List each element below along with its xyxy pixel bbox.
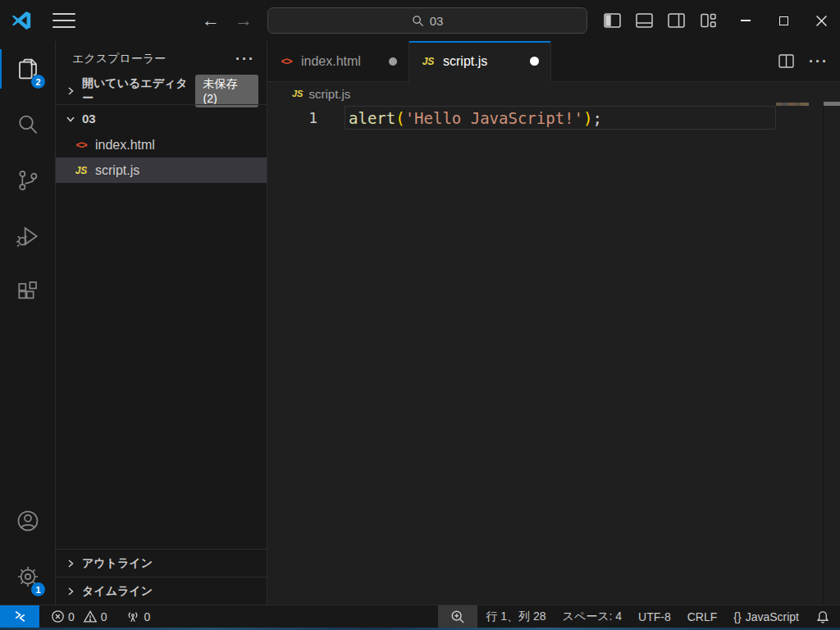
sidebar-more-button[interactable]: ··· — [235, 55, 255, 63]
encoding-status[interactable]: UTF-8 — [630, 605, 679, 628]
close-icon — [816, 16, 827, 26]
ports-count: 0 — [144, 610, 151, 623]
minimap-border — [823, 105, 824, 605]
warning-count: 0 — [101, 610, 107, 623]
customize-layout-icon[interactable] — [700, 13, 717, 28]
breadcrumb-file: script.js — [308, 87, 350, 101]
status-bar: 0 0 0 行 1、列 28 — [0, 605, 840, 628]
cursor-position-status[interactable]: 行 1、列 28 — [477, 605, 554, 628]
folder-row[interactable]: 03 — [56, 105, 267, 132]
line-number: 1 — [267, 109, 345, 126]
explorer-sidebar: エクスプローラー ··· 開いているエディター 未保存 (2) 03 <> in… — [56, 41, 267, 605]
file-name: script.js — [95, 163, 139, 178]
notifications-button[interactable] — [807, 605, 840, 628]
layout-controls — [604, 0, 717, 41]
language-status[interactable]: {} JavaScript — [725, 605, 807, 628]
code-line-content: alert('Hello JavaScript!'); — [345, 109, 602, 127]
activity-item-accounts[interactable] — [0, 493, 55, 549]
problems-status[interactable]: 0 0 — [48, 605, 111, 628]
ports-status[interactable]: 0 — [122, 605, 154, 628]
vscode-window: ← → 03 — [0, 0, 840, 630]
activity-item-run-debug[interactable] — [0, 208, 55, 264]
breadcrumb[interactable]: JS script.js — [267, 82, 840, 105]
back-arrow-icon[interactable]: ← — [197, 7, 225, 34]
code-token: ; — [592, 109, 601, 127]
command-center-search[interactable]: 03 — [267, 7, 587, 34]
minimize-button[interactable] — [727, 0, 765, 41]
window-controls — [727, 0, 840, 41]
dirty-dot[interactable] — [389, 57, 397, 66]
editor-more-button[interactable]: ··· — [809, 58, 829, 65]
menu-icon[interactable] — [52, 13, 75, 28]
chevron-down-icon — [64, 112, 77, 126]
explorer-badge: 2 — [31, 75, 45, 89]
file-row-script-js[interactable]: JS script.js — [56, 158, 267, 183]
file-name: index.html — [95, 138, 155, 153]
open-editors-header[interactable]: 開いているエディター 未保存 (2) — [56, 77, 267, 104]
code-token: alert — [349, 109, 395, 127]
activity-item-explorer[interactable]: 2 — [0, 41, 55, 97]
source-control-icon — [15, 167, 41, 194]
tab-index-html[interactable]: <> index.html — [267, 41, 409, 81]
folder-name: 03 — [82, 112, 96, 126]
zoom-in-icon — [450, 609, 465, 624]
remote-icon — [13, 609, 27, 623]
code-editor[interactable]: 1 alert('Hello JavaScript!'); — [267, 105, 840, 605]
warning-icon — [83, 609, 98, 623]
account-icon — [15, 508, 41, 534]
error-icon — [51, 609, 65, 623]
search-icon — [412, 15, 424, 27]
maximize-button[interactable] — [765, 0, 802, 41]
timeline-label: タイムライン — [82, 584, 153, 599]
indentation-status[interactable]: スペース: 4 — [554, 605, 630, 628]
toggle-primary-sidebar-icon[interactable] — [604, 13, 621, 28]
sidebar-title: エクスプローラー — [72, 52, 235, 66]
forward-arrow-icon[interactable]: → — [230, 7, 258, 34]
language-label: JavaScript — [746, 610, 799, 623]
html-icon: <> — [74, 139, 89, 151]
tab-script-js[interactable]: JS script.js — [409, 41, 551, 82]
error-count: 0 — [68, 610, 75, 623]
tab-bar: <> index.html JS script.js ··· — [267, 41, 840, 82]
code-line-1: 1 alert('Hello JavaScript!'); — [267, 105, 840, 130]
file-row-index-html[interactable]: <> index.html — [56, 132, 267, 158]
dirty-dot[interactable] — [530, 57, 539, 66]
tab-label: script.js — [443, 54, 487, 69]
html-icon: <> — [279, 55, 294, 67]
settings-badge: 1 — [31, 582, 45, 596]
braces-icon: {} — [733, 610, 741, 623]
search-icon — [15, 112, 41, 138]
extensions-icon — [15, 279, 41, 305]
js-icon: JS — [421, 56, 436, 67]
run-debug-icon — [15, 223, 41, 249]
timeline-header[interactable]: タイムライン — [56, 578, 267, 605]
zoom-status[interactable] — [438, 605, 477, 628]
chevron-right-icon — [64, 557, 77, 570]
code-token: 'Hello JavaScript!' — [405, 109, 583, 127]
toggle-panel-icon[interactable] — [636, 13, 653, 28]
titlebar: ← → 03 — [0, 0, 840, 41]
open-editors-label: 開いているエディター — [82, 76, 190, 106]
chevron-right-icon — [64, 585, 77, 598]
code-token: ) — [583, 109, 592, 127]
remote-indicator[interactable] — [0, 605, 39, 628]
close-button[interactable] — [802, 0, 840, 41]
code-token: ( — [395, 109, 404, 127]
activity-item-source-control[interactable] — [0, 153, 55, 208]
activity-item-search[interactable] — [0, 97, 55, 153]
outline-header[interactable]: アウトライン — [56, 550, 267, 577]
js-icon: JS — [74, 165, 89, 176]
radio-tower-icon — [126, 609, 140, 623]
minimap[interactable] — [776, 103, 809, 106]
eol-status[interactable]: CRLF — [679, 605, 726, 628]
unsaved-badge: 未保存 (2) — [195, 75, 258, 107]
search-text: 03 — [430, 14, 444, 28]
activity-item-extensions[interactable] — [0, 264, 55, 320]
tab-label: index.html — [301, 54, 361, 69]
chevron-right-icon — [64, 84, 77, 98]
split-editor-icon[interactable] — [778, 54, 794, 68]
activity-item-settings[interactable]: 1 — [0, 549, 55, 605]
overview-ruler-cursor — [824, 102, 840, 106]
activity-bar: 2 — [0, 41, 56, 605]
toggle-secondary-sidebar-icon[interactable] — [668, 13, 685, 28]
